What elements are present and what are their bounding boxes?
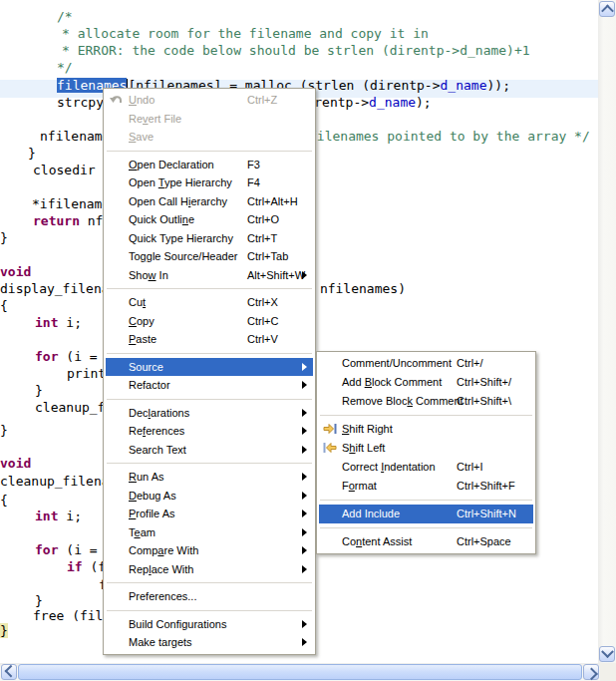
scroll-right-button[interactable] xyxy=(583,664,599,680)
menu-item-shortcut: Ctrl+Alt+H xyxy=(247,192,298,211)
menu-item-label: Format xyxy=(342,480,377,492)
menu-item-label: Open Call Hierarchy xyxy=(129,195,227,207)
menu-item-label: Team xyxy=(129,526,155,538)
scroll-down-button[interactable] xyxy=(599,646,615,662)
menu-item-run-as[interactable]: Run As xyxy=(106,468,313,487)
menu-item-shortcut: Ctrl+T xyxy=(247,229,277,248)
menu-item-quick-outline[interactable]: Quick OutlineCtrl+O xyxy=(106,210,313,229)
menu-item-label: Undo xyxy=(129,94,154,106)
menu-item-debug-as[interactable]: Debug As xyxy=(106,487,313,506)
menu-item-shortcut: Ctrl+Space xyxy=(457,532,511,551)
menu-separator xyxy=(107,610,312,611)
vertical-scrollbar[interactable] xyxy=(598,0,616,663)
code-token: for xyxy=(35,349,58,364)
undo-icon xyxy=(109,92,125,108)
menu-item-shortcut: Ctrl+Z xyxy=(247,91,277,110)
menu-item-shortcut: Ctrl+V xyxy=(247,330,278,349)
shift-left-icon xyxy=(322,440,338,456)
scrollbar-corner xyxy=(600,663,616,681)
code-token: ); xyxy=(416,95,432,110)
submenu-arrow-icon xyxy=(302,473,307,481)
menu-item-shortcut: Ctrl+O xyxy=(247,210,279,229)
eclipse-editor-screenshot: { "colors":{ "menu_highlight":"#316AC5",… xyxy=(0,0,616,681)
menu-item-cut[interactable]: CutCtrl+X xyxy=(106,293,313,312)
code-line: void xyxy=(0,263,31,280)
code-token: )); xyxy=(487,78,510,93)
code-line: { xyxy=(0,297,8,314)
menu-item-paste[interactable]: PasteCtrl+V xyxy=(106,330,313,349)
menu-item-copy[interactable]: CopyCtrl+C xyxy=(106,312,313,331)
menu-item-references[interactable]: References xyxy=(106,422,313,441)
menu-item-label: Show In xyxy=(129,269,168,281)
menu-item-label: Source xyxy=(129,361,163,373)
menu-item-shortcut: Ctrl+I xyxy=(457,458,483,477)
code-token: } xyxy=(35,383,43,398)
menu-item-profile-as[interactable]: Profile As xyxy=(106,505,313,523)
menu-item-quick-type-hierarchy[interactable]: Quick Type HierarchyCtrl+T xyxy=(106,229,313,248)
code-token: } xyxy=(35,593,43,608)
scroll-up-button[interactable] xyxy=(599,1,615,17)
code-token: for xyxy=(35,542,58,557)
menu-item-comment-uncomment[interactable]: Comment/UncommentCtrl+/ xyxy=(319,354,533,373)
menu-item-content-assist[interactable]: Content AssistCtrl+Space xyxy=(319,532,533,551)
menu-item-show-in[interactable]: Show InAlt+Shift+W xyxy=(106,266,313,285)
menu-item-toggle-source-header[interactable]: Toggle Source/HeaderCtrl+Tab xyxy=(106,247,313,266)
menu-item-make-targets[interactable]: Make targets xyxy=(106,633,313,652)
menu-item-team[interactable]: Team xyxy=(106,523,313,542)
menu-item-open-call-hierarchy[interactable]: Open Call HierarchyCtrl+Alt+H xyxy=(106,192,313,211)
submenu-arrow-icon xyxy=(302,510,307,517)
menu-item-label: Paste xyxy=(129,333,156,345)
code-line: } xyxy=(0,422,8,439)
chevron-right-icon xyxy=(585,667,598,680)
menu-item-search-text[interactable]: Search Text xyxy=(106,441,313,460)
menu-item-undo[interactable]: UndoCtrl+Z xyxy=(106,91,313,110)
menu-item-source[interactable]: Source xyxy=(106,358,313,377)
menu-separator xyxy=(107,288,312,289)
menu-item-compare-with[interactable]: Compare With xyxy=(106,541,313,560)
submenu-arrow-icon xyxy=(302,492,307,500)
code-token: { xyxy=(0,298,8,313)
menu-separator xyxy=(320,500,532,501)
code-token: d_name xyxy=(441,78,487,93)
menu-item-shortcut: Ctrl+C xyxy=(247,312,278,331)
menu-separator xyxy=(107,399,312,400)
menu-item-revert-file[interactable]: Revert File xyxy=(106,110,313,129)
menu-item-label: Refactor xyxy=(129,379,170,391)
menu-item-shortcut: Ctrl+Shift+\ xyxy=(457,392,511,411)
menu-separator xyxy=(320,527,532,528)
menu-item-open-declaration[interactable]: Open DeclarationF3 xyxy=(106,156,313,174)
chevron-up-icon xyxy=(601,4,614,17)
code-token: void xyxy=(0,264,31,279)
menu-item-shift-left[interactable]: Shift Left xyxy=(319,439,533,458)
menu-item-build-configurations[interactable]: Build Configurations xyxy=(106,615,313,634)
menu-item-add-block-comment[interactable]: Add Block CommentCtrl+Shift+/ xyxy=(319,373,533,392)
horizontal-scrollbar[interactable] xyxy=(0,663,600,681)
menu-item-save[interactable]: Save xyxy=(106,128,313,147)
menu-item-replace-with[interactable]: Replace With xyxy=(106,560,313,579)
menu-item-add-include[interactable]: Add IncludeCtrl+Shift+N xyxy=(319,505,533,523)
menu-item-label: Remove Block Comment xyxy=(342,395,463,407)
scroll-left-button[interactable] xyxy=(1,664,17,680)
menu-separator xyxy=(107,151,312,152)
code-token: d_name xyxy=(369,95,416,110)
code-line: { xyxy=(0,492,8,509)
submenu-arrow-icon xyxy=(302,409,307,417)
menu-item-declarations[interactable]: Declarations xyxy=(106,404,313,423)
code-line: } xyxy=(0,622,8,639)
menu-item-shift-right[interactable]: Shift Right xyxy=(319,420,533,439)
menu-item-open-type-hierarchy[interactable]: Open Type HierarchyF4 xyxy=(106,173,313,192)
menu-item-remove-block-comment[interactable]: Remove Block CommentCtrl+Shift+\ xyxy=(319,392,533,411)
menu-item-format[interactable]: FormatCtrl+Shift+F xyxy=(319,477,533,496)
menu-item-shortcut: Ctrl+Shift+/ xyxy=(457,373,511,392)
menu-item-preferences[interactable]: Preferences... xyxy=(106,587,313,606)
horizontal-scroll-thumb[interactable] xyxy=(18,664,582,680)
menu-item-label: Add Block Comment xyxy=(342,376,442,388)
menu-item-shortcut: Ctrl+Shift+N xyxy=(457,505,516,523)
menu-item-shortcut: Alt+Shift+W xyxy=(247,266,305,285)
menu-item-label: Quick Outline xyxy=(129,213,194,225)
menu-item-label: Revert File xyxy=(129,113,181,125)
menu-item-refactor[interactable]: Refactor xyxy=(106,376,313,395)
menu-item-label: Quick Type Hierarchy xyxy=(129,232,233,244)
code-token: filenames pointed to by the array */ xyxy=(309,129,590,144)
menu-item-correct-indentation[interactable]: Correct IndentationCtrl+I xyxy=(319,458,533,477)
